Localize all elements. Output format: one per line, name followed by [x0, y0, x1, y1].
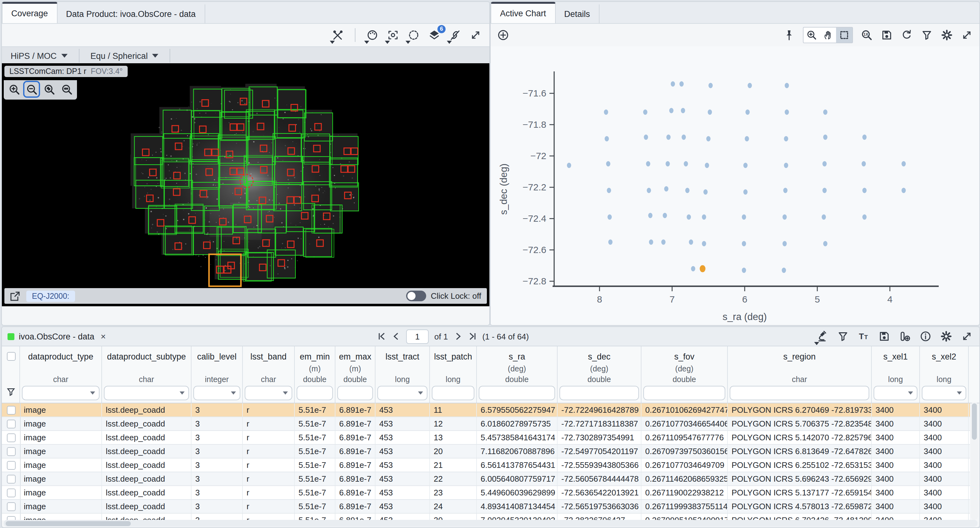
expand-icon[interactable] — [961, 330, 973, 343]
pin-icon[interactable] — [783, 29, 795, 41]
cell-lsst_band: r — [243, 417, 295, 430]
table-row[interactable]: imagelsst.deep_coadd3r5.51e-76.891e-7453… — [2, 431, 970, 445]
projection-dropdown[interactable]: Equ / Spherical — [82, 51, 167, 61]
table-row[interactable]: imagelsst.deep_coadd3r5.51e-76.891e-7453… — [2, 445, 970, 458]
tools-icon[interactable] — [332, 29, 344, 41]
prev-page-button[interactable] — [392, 332, 401, 341]
tab-data-product[interactable]: Data Product: ivoa.ObsCore - data — [57, 5, 205, 23]
filter-row-icon[interactable] — [6, 386, 16, 397]
horizontal-scrollbar-thumb[interactable] — [6, 521, 131, 526]
column-filter-input[interactable] — [377, 386, 428, 400]
info-icon[interactable] — [919, 330, 932, 343]
row-checkbox[interactable] — [6, 447, 15, 456]
vertical-scrollbar-thumb[interactable] — [972, 404, 977, 440]
column-header-dataproduct_subtype[interactable]: dataproduct_subtypechar — [102, 346, 191, 403]
table-row[interactable]: imagelsst.deep_coadd3r5.51e-76.891e-7453… — [2, 417, 970, 431]
select-rect-button[interactable] — [836, 27, 852, 43]
next-page-button[interactable] — [453, 332, 462, 341]
column-filter-input[interactable] — [245, 386, 292, 400]
filter-icon[interactable] — [921, 29, 933, 41]
column-header-s_region[interactable]: s_regionchar — [728, 346, 872, 403]
select-all-checkbox[interactable] — [7, 352, 16, 361]
row-checkbox[interactable] — [6, 420, 15, 428]
column-filter-input[interactable] — [643, 386, 725, 400]
table-row[interactable]: imagelsst.deep_coadd3r5.51e-76.891e-7453… — [2, 514, 970, 520]
column-filter-input[interactable] — [297, 386, 333, 400]
chart-area[interactable]: 87654−71.6−71.8−72−72.2−72.4−72.6−72.8s_… — [491, 46, 979, 325]
table-row[interactable]: imagelsst.deep_coadd3r5.51e-76.891e-7453… — [2, 404, 970, 417]
tab-details[interactable]: Details — [555, 5, 600, 23]
column-filter-input[interactable] — [432, 386, 474, 400]
recenter-icon[interactable] — [387, 29, 399, 41]
microscope-icon[interactable] — [816, 330, 829, 343]
page-number-input[interactable] — [406, 329, 429, 343]
column-filter-input[interactable] — [193, 386, 240, 400]
tab-active-chart[interactable]: Active Chart — [491, 2, 555, 23]
column-filter-input[interactable] — [479, 386, 555, 400]
layers-icon[interactable]: 6 — [428, 29, 441, 41]
table-row[interactable]: imagelsst.deep_coadd3r5.51e-76.891e-7453… — [2, 486, 970, 500]
column-filter-input[interactable] — [22, 386, 100, 400]
column-header-lsst_patch[interactable]: lsst_patchlong — [430, 346, 477, 403]
row-checkbox[interactable] — [6, 488, 15, 497]
expand-icon[interactable] — [469, 29, 482, 41]
row-checkbox[interactable] — [6, 474, 15, 483]
column-header-s_ra[interactable]: s_ra(deg)double — [477, 346, 558, 403]
zoom-fit-button[interactable] — [41, 81, 57, 98]
row-checkbox[interactable] — [6, 502, 15, 511]
table-row[interactable]: imagelsst.deep_coadd3r5.51e-76.891e-7453… — [2, 458, 970, 472]
plus-circle-icon[interactable] — [497, 29, 509, 41]
click-lock-toggle[interactable] — [406, 290, 426, 301]
save-icon[interactable] — [880, 29, 893, 41]
zoom-in-button[interactable] — [803, 27, 820, 43]
first-page-button[interactable] — [377, 332, 386, 341]
add-column-icon[interactable] — [899, 330, 911, 343]
close-icon[interactable]: × — [101, 331, 106, 341]
zoom-fill-button[interactable] — [58, 81, 75, 98]
column-header-s_xel2[interactable]: s_xel2long — [920, 346, 969, 403]
column-filter-input[interactable] — [873, 386, 918, 400]
zoom-out-button[interactable] — [23, 81, 40, 98]
column-filter-input[interactable] — [104, 386, 189, 400]
save-icon[interactable] — [878, 330, 891, 343]
palette-icon[interactable] — [366, 29, 379, 41]
column-filter-input[interactable] — [560, 386, 639, 400]
hips-moc-dropdown[interactable]: HiPS / MOC — [2, 51, 76, 61]
column-header-em_min[interactable]: em_min(m)double — [295, 346, 336, 403]
table-row[interactable]: imagelsst.deep_coadd3r5.51e-76.891e-7453… — [2, 472, 970, 486]
row-checkbox[interactable] — [6, 433, 15, 442]
vertical-scrollbar[interactable] — [970, 402, 978, 520]
gear-icon[interactable] — [940, 330, 953, 343]
popout-icon[interactable] — [9, 290, 21, 302]
refresh-icon[interactable] — [900, 29, 913, 41]
last-page-button[interactable] — [468, 332, 477, 341]
horizontal-scrollbar[interactable] — [4, 520, 977, 527]
pan-hand-button[interactable] — [820, 27, 836, 43]
zoom-in-button[interactable] — [6, 81, 22, 98]
text-options-icon[interactable]: TT — [858, 330, 870, 343]
column-filter-input[interactable] — [922, 386, 966, 400]
column-filter-input[interactable] — [730, 386, 869, 400]
table-row[interactable]: imagelsst.deep_coadd3r5.51e-76.891e-7453… — [2, 500, 970, 514]
tab-data-product-label: Data Product: ivoa.ObsCore - data — [66, 9, 196, 19]
column-header-em_max[interactable]: em_max(m)double — [336, 346, 375, 403]
column-header-lsst_band[interactable]: lsst_bandchar — [243, 346, 295, 403]
gear-icon[interactable] — [940, 29, 953, 41]
expand-icon[interactable] — [961, 29, 973, 41]
unlink-icon[interactable] — [449, 29, 461, 41]
select-circle-icon[interactable] — [407, 29, 420, 41]
scatter-plot[interactable]: 87654−71.6−71.8−72−72.2−72.4−72.6−72.8s_… — [491, 46, 978, 325]
zoom-1x-icon[interactable]: 1X — [861, 29, 873, 41]
row-checkbox[interactable] — [6, 461, 15, 469]
column-header-dataproduct_type[interactable]: dataproduct_typechar — [20, 346, 102, 403]
column-header-s_fov[interactable]: s_fov(deg)double — [641, 346, 728, 403]
filter-icon[interactable] — [837, 330, 849, 343]
row-checkbox[interactable] — [6, 405, 15, 414]
column-header-s_xel1[interactable]: s_xel1long — [872, 346, 920, 403]
column-header-calib_level[interactable]: calib_levelinteger — [191, 346, 243, 403]
column-header-s_dec[interactable]: s_dec(deg)double — [558, 346, 641, 403]
tab-coverage[interactable]: Coverage — [2, 2, 57, 23]
column-filter-input[interactable] — [337, 386, 373, 400]
column-header-lsst_tract[interactable]: lsst_tractlong — [375, 346, 430, 403]
sky-view[interactable]: LSSTComCam: DP1 r FOV:3.4° EQ-J2000: Cli… — [2, 63, 489, 306]
